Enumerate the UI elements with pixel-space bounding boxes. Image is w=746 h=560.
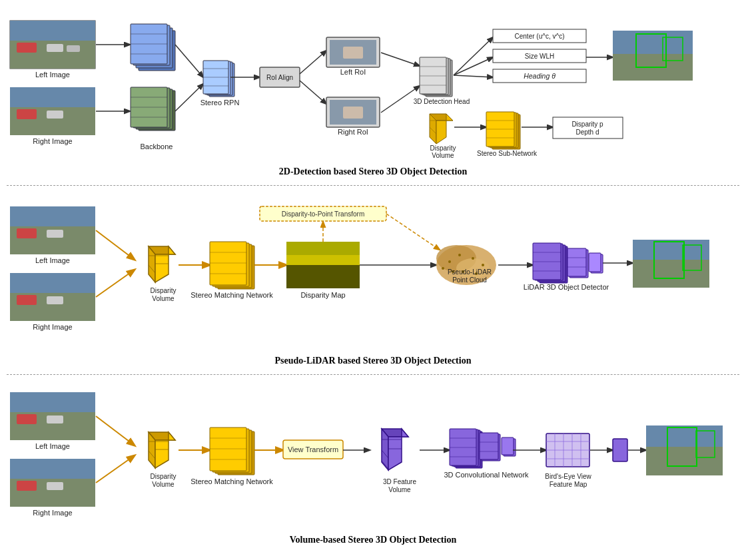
svg-text:Left Image: Left Image <box>35 442 70 450</box>
svg-rect-11 <box>17 109 37 119</box>
svg-text:Backbone: Backbone <box>141 142 173 150</box>
svg-text:Disparity: Disparity <box>430 144 456 152</box>
svg-rect-232 <box>502 437 514 455</box>
svg-text:Disparity-to-Point Transform: Disparity-to-Point Transform <box>282 210 364 218</box>
svg-rect-59 <box>420 57 446 94</box>
svg-rect-12 <box>47 111 63 119</box>
svg-text:Volume: Volume <box>152 295 175 302</box>
svg-text:Disparity: Disparity <box>151 287 177 294</box>
svg-rect-106 <box>10 273 95 293</box>
section3-title: Volume-based Stereo 3D Object Detection <box>7 535 739 545</box>
svg-rect-246 <box>613 439 627 461</box>
svg-text:Disparity p: Disparity p <box>571 121 603 128</box>
svg-rect-250 <box>646 447 723 475</box>
svg-line-32 <box>175 84 203 111</box>
section1-title: 2D-Detection based Stereo 3D Object Dete… <box>7 166 739 177</box>
svg-rect-182 <box>10 459 95 479</box>
svg-line-187 <box>96 416 135 445</box>
svg-text:3D Convolutional Network: 3D Convolutional Network <box>444 471 529 479</box>
svg-rect-100 <box>10 206 95 226</box>
svg-text:View Transform: View Transform <box>288 445 338 453</box>
section1: Left Image Right Image <box>7 5 739 186</box>
svg-point-145 <box>458 254 461 256</box>
svg-text:Disparity Map: Disparity Map <box>300 291 345 299</box>
svg-rect-6 <box>67 45 80 52</box>
svg-point-146 <box>472 257 474 260</box>
svg-rect-48 <box>343 47 363 59</box>
svg-text:Volume: Volume <box>388 486 411 493</box>
svg-text:Volume: Volume <box>152 481 175 488</box>
svg-rect-176 <box>10 392 95 412</box>
diagram1: Left Image Right Image <box>7 11 739 164</box>
svg-line-54 <box>381 53 420 66</box>
svg-rect-185 <box>47 482 63 490</box>
svg-rect-2 <box>10 21 95 41</box>
svg-line-31 <box>175 45 203 77</box>
svg-text:Volume: Volume <box>432 152 454 159</box>
diagram2: Left Image Right Image <box>7 196 739 353</box>
svg-line-111 <box>96 230 135 260</box>
svg-text:Right Image: Right Image <box>33 323 72 331</box>
svg-text:Stereo RPN: Stereo RPN <box>200 99 240 107</box>
diagram3: Left Image Right Image <box>7 386 739 532</box>
svg-text:Left RoI: Left RoI <box>340 68 366 76</box>
svg-rect-249 <box>646 425 723 447</box>
main-container: Left Image Right Image <box>0 0 746 560</box>
svg-text:Feature Map: Feature Map <box>550 481 587 488</box>
svg-text:Disparity: Disparity <box>151 473 177 480</box>
svg-marker-211 <box>382 429 388 470</box>
svg-text:Stereo Matching Network: Stereo Matching Network <box>190 291 273 299</box>
svg-text:Pseudo-LiDAR: Pseudo-LiDAR <box>448 268 492 276</box>
svg-text:Right Image: Right Image <box>33 137 72 145</box>
svg-rect-201 <box>210 427 246 471</box>
svg-text:3D Feature: 3D Feature <box>383 478 416 485</box>
svg-point-151 <box>442 267 444 270</box>
svg-text:Size WLH: Size WLH <box>525 53 554 60</box>
svg-text:Center (u^c, v^c): Center (u^c, v^c) <box>515 33 565 40</box>
svg-text:RoI Align: RoI Align <box>266 74 293 81</box>
section2: Left Image Right Image <box>7 191 739 375</box>
svg-rect-125 <box>210 242 246 285</box>
svg-rect-133 <box>286 265 360 288</box>
svg-rect-103 <box>47 230 63 238</box>
svg-rect-158 <box>533 243 561 280</box>
svg-rect-223 <box>450 429 476 465</box>
svg-text:Heading θ: Heading θ <box>524 72 556 80</box>
svg-text:Stereo Matching Network: Stereo Matching Network <box>190 477 273 485</box>
svg-point-147 <box>482 264 484 266</box>
svg-rect-163 <box>567 248 586 276</box>
svg-line-188 <box>96 455 135 483</box>
svg-rect-172 <box>633 260 709 288</box>
svg-line-66 <box>454 75 493 77</box>
svg-rect-184 <box>17 481 37 491</box>
svg-text:Left Image: Left Image <box>35 71 70 79</box>
svg-line-65 <box>454 57 493 75</box>
section3: Left Image Right Image <box>7 380 739 553</box>
svg-rect-171 <box>633 240 709 260</box>
svg-rect-52 <box>343 107 363 119</box>
svg-text:Bird's-Eye View: Bird's-Eye View <box>545 473 591 480</box>
svg-text:Point Cloud: Point Cloud <box>452 276 487 284</box>
svg-text:Right RoI: Right RoI <box>338 128 368 136</box>
svg-line-139 <box>386 214 440 250</box>
svg-line-45 <box>300 81 326 104</box>
svg-line-44 <box>300 51 326 74</box>
svg-point-144 <box>448 260 451 263</box>
svg-rect-102 <box>17 228 37 238</box>
svg-rect-178 <box>17 414 37 424</box>
svg-rect-179 <box>47 416 63 423</box>
svg-rect-228 <box>480 433 498 459</box>
svg-text:Left Image: Left Image <box>35 256 70 264</box>
svg-text:Depth d: Depth d <box>575 129 599 136</box>
svg-rect-4 <box>17 43 37 53</box>
svg-rect-109 <box>47 296 63 304</box>
svg-text:Stereo Sub-Network: Stereo Sub-Network <box>477 150 538 157</box>
svg-rect-108 <box>17 295 37 305</box>
svg-rect-167 <box>589 253 601 272</box>
svg-rect-134 <box>286 255 360 265</box>
svg-text:LiDAR 3D Object Detector: LiDAR 3D Object Detector <box>524 283 609 291</box>
svg-text:3D Detection Head: 3D Detection Head <box>414 98 470 105</box>
svg-line-64 <box>454 37 493 75</box>
svg-line-112 <box>96 270 135 297</box>
section2-title: Pseudo-LiDAR based Stereo 3D Object Dete… <box>7 356 739 366</box>
